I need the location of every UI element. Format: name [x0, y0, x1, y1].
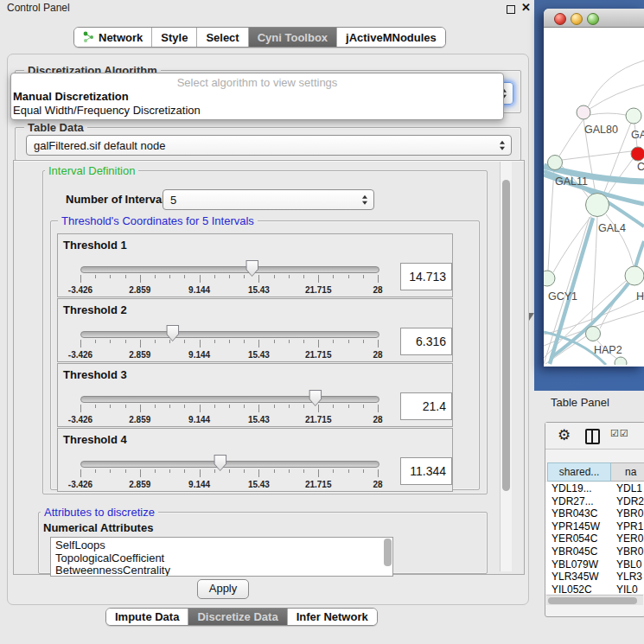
threshold-4-value[interactable]: 11.344 — [400, 457, 452, 485]
close-button[interactable] — [554, 13, 566, 25]
network-node[interactable] — [586, 194, 609, 217]
minimize-button[interactable] — [571, 13, 583, 25]
network-node[interactable] — [544, 271, 555, 286]
threshold-1-slider[interactable]: -3.4262.8599.14415.4321.71528 — [80, 259, 378, 296]
slider-track[interactable] — [80, 266, 379, 273]
table-data-title: Table Data — [24, 121, 87, 134]
slider-ticks — [80, 469, 378, 479]
network-view-window[interactable]: GAL80GAGAL11CGAL4GCY1HHAP2 — [544, 9, 644, 367]
tab-select[interactable]: Select — [197, 28, 248, 47]
tab-jactivemnodules[interactable]: jActiveMNodules — [337, 28, 445, 47]
dropdown-option-manual[interactable]: Manual Discretization — [13, 90, 129, 103]
slider-track[interactable] — [80, 396, 379, 403]
table-row[interactable]: YLR345WYLR3 — [545, 571, 644, 583]
hscrollbar-thumb[interactable] — [548, 597, 637, 604]
tab-network[interactable]: Network — [74, 28, 152, 47]
tab-discretize-data-label: Discretize Data — [197, 610, 277, 623]
tab-impute-data[interactable]: Impute Data — [106, 609, 188, 625]
network-edge[interactable] — [591, 217, 597, 327]
numerical-attributes-label: Numerical Attributes — [43, 521, 153, 534]
cyni-toolbox-panel: Discretization Algorithm Table Data galF… — [7, 54, 529, 605]
column-browse-icon[interactable] — [585, 429, 600, 444]
tab-cyni-toolbox[interactable]: Cyni Toolbox — [249, 28, 337, 47]
network-node[interactable] — [626, 108, 641, 124]
network-edge[interactable] — [562, 151, 631, 160]
slider-tick-labels: -3.4262.8599.14415.4321.71528 — [80, 350, 378, 360]
top-tab-bar: Network Style Select Cyni Toolbox jActiv… — [73, 27, 446, 48]
list-scrollbar[interactable] — [384, 539, 392, 566]
slider-tick-labels: -3.4262.8599.14415.4321.71528 — [80, 285, 378, 296]
table-row[interactable]: YBR045CYBR0 — [545, 545, 644, 558]
float-window-icon[interactable] — [507, 5, 515, 14]
network-canvas[interactable]: GAL80GAGAL11CGAL4GCY1HHAP2 — [544, 28, 644, 365]
slider-ticks — [80, 275, 378, 284]
zoom-button[interactable] — [587, 13, 599, 25]
network-node-label: GCY1 — [548, 290, 577, 303]
network-node[interactable] — [548, 156, 563, 170]
tab-style-label: Style — [161, 31, 188, 44]
table-data-combo[interactable]: galFiltered.sif default node — [26, 135, 512, 156]
table-row[interactable]: YDL19...YDL1 — [545, 482, 644, 495]
numerical-attributes-list[interactable]: SelfLoopsTopologicalCoefficientBetweenne… — [50, 537, 393, 577]
threshold-3-slider[interactable]: -3.4262.8599.14415.4321.71528 — [80, 389, 378, 425]
network-edge[interactable] — [548, 169, 554, 271]
tab-discretize-data[interactable]: Discretize Data — [188, 609, 287, 625]
network-edge[interactable] — [588, 61, 644, 107]
table-row[interactable]: YBR043CYBR0 — [545, 507, 644, 520]
network-node[interactable] — [586, 327, 601, 341]
slider-track[interactable] — [80, 331, 379, 338]
slider-ticks — [80, 340, 378, 349]
attributes-group: Attributes to discretize Numerical Attri… — [38, 512, 488, 574]
dropdown-option-equal-width[interactable]: Equal Width/Frequency Discretization — [13, 104, 201, 117]
panel-title: Control Panel — [7, 2, 70, 14]
slider-track[interactable] — [80, 461, 379, 468]
network-window-titlebar[interactable] — [544, 9, 644, 28]
tab-select-label: Select — [206, 31, 239, 44]
horizontal-scrollbar[interactable] — [546, 595, 643, 605]
network-node[interactable] — [625, 266, 644, 285]
thresholds-group: Threshold's Coordinates for 5 Intervals … — [50, 220, 480, 490]
slider-ticks — [80, 405, 378, 414]
close-icon[interactable]: ✕ — [521, 1, 531, 14]
tab-impute-data-label: Impute Data — [115, 610, 179, 623]
column-header-shared[interactable]: shared... — [547, 462, 611, 481]
attribute-list-item[interactable]: SelfLoops — [51, 539, 392, 552]
threshold-3-panel: Threshold 3 -3.4262.8599.14415.4321.7152… — [57, 363, 453, 427]
network-edge[interactable] — [558, 119, 583, 157]
network-edge[interactable] — [590, 85, 644, 109]
attribute-list-item[interactable]: BetweennessCentrality — [51, 564, 392, 577]
thresholds-group-title: Threshold's Coordinates for 5 Intervals — [58, 214, 258, 227]
table-row[interactable]: YBL079WYBL0 — [545, 558, 644, 571]
table-panel-box: ⚙ ☑☑ shared... na YDL19...YDL1YDR27...YD… — [545, 422, 644, 617]
apply-button[interactable]: Apply — [197, 579, 249, 599]
scrollbar-thumb[interactable] — [502, 180, 510, 491]
network-node-label: GAL80 — [584, 124, 618, 136]
threshold-1-value[interactable]: 14.713 — [400, 263, 452, 290]
slider-tick-labels: -3.4262.8599.14415.4321.71528 — [80, 415, 378, 425]
threshold-2-value[interactable]: 6.316 — [400, 328, 452, 355]
table-row[interactable]: YPR145WYPR1 — [545, 520, 644, 533]
gear-icon[interactable]: ⚙ — [558, 426, 571, 443]
tab-style[interactable]: Style — [152, 28, 197, 47]
threshold-2-slider[interactable]: -3.4262.8599.14415.4321.71528 — [80, 324, 378, 360]
network-node[interactable] — [577, 105, 590, 119]
threshold-4-slider[interactable]: -3.4262.8599.14415.4321.71528 — [80, 454, 378, 490]
attribute-list-item[interactable]: TopologicalCoefficient — [51, 552, 392, 565]
network-node[interactable] — [615, 357, 627, 365]
table-row[interactable]: YIL052CYIL0 — [545, 583, 644, 594]
tab-infer-network[interactable]: Infer Network — [288, 609, 377, 625]
table-row[interactable]: YDR27...YDR2 — [545, 495, 644, 508]
bottom-tab-bar: Impute Data Discretize Data Infer Networ… — [105, 608, 378, 626]
number-of-intervals-combo[interactable]: 5 — [163, 189, 374, 210]
tab-jactivemnodules-label: jActiveMNodules — [346, 31, 437, 44]
network-edge-thick[interactable] — [635, 241, 644, 267]
table-row[interactable]: YER054CYER0 — [545, 532, 644, 545]
select-columns-icons[interactable]: ☑☑ — [610, 428, 629, 439]
threshold-3-value[interactable]: 21.4 — [400, 392, 452, 420]
threshold-1-panel: Threshold 1 -3.4262.8599.14415.4321.7152… — [57, 233, 453, 297]
settings-scrollbar[interactable] — [500, 162, 512, 571]
column-header-name[interactable]: na — [611, 462, 644, 481]
network-node[interactable] — [631, 147, 644, 161]
table-body[interactable]: YDL19...YDL1YDR27...YDR2YBR043CYBR0YPR14… — [545, 482, 644, 594]
network-edge[interactable] — [590, 113, 626, 115]
